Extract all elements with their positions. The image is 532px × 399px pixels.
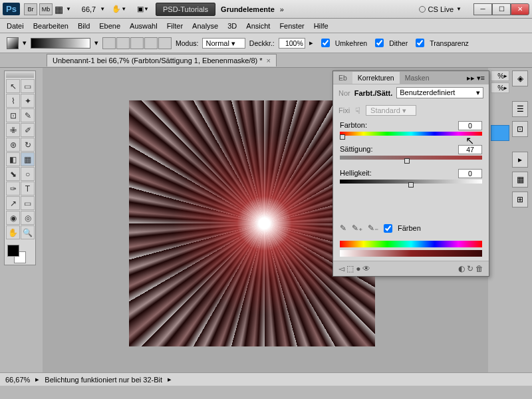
menu-item[interactable]: Auswahl (130, 22, 158, 30)
eraser-tool[interactable]: ◧ (6, 152, 20, 166)
sat-slider[interactable] (340, 156, 482, 162)
menu-item[interactable]: 3D (227, 22, 237, 30)
tab-ebenen[interactable]: Eb (333, 72, 352, 84)
menu-item[interactable]: Datei (7, 22, 24, 30)
cslive-button[interactable]: CS Live▼ (419, 5, 468, 13)
scrub-icon[interactable]: ☟ (355, 106, 360, 116)
transparency-checkbox[interactable] (416, 39, 424, 47)
workspace-button-1[interactable]: PSD-Tutorials (156, 3, 215, 16)
menu-item[interactable]: Ebene (99, 22, 120, 30)
dodge-tool[interactable]: ○ (21, 167, 35, 181)
visibility-icon[interactable]: 👁 (362, 264, 370, 273)
zoom-tool[interactable]: 🔍 (21, 225, 35, 239)
minimize-button[interactable]: ─ (473, 3, 492, 15)
expand-icon[interactable]: ⬚ (346, 264, 354, 273)
options-bar: ▾ ▾ Modus: Normal ▾ Deckkr.: 100%▸ Umkeh… (0, 33, 532, 53)
gradient-picker[interactable] (31, 38, 90, 49)
panel-menu-icon[interactable]: ▸▸ ▾≡ (463, 74, 489, 82)
more-workspaces-icon[interactable]: » (280, 5, 284, 13)
preset-select[interactable]: Benutzerdefiniert▾ (396, 87, 483, 98)
hand-tool[interactable]: ✋ (6, 225, 20, 239)
menu-item[interactable]: Filter (167, 22, 183, 30)
back-icon[interactable]: ◅ (338, 264, 344, 273)
fill-readout[interactable]: % ▸ (491, 82, 509, 93)
gradient-reflected-button[interactable] (144, 37, 158, 49)
history-brush-tool[interactable]: ↻ (21, 138, 35, 152)
stamp-tool[interactable]: ⊛ (6, 138, 20, 152)
hue-slider[interactable] (340, 132, 482, 138)
brush-tool[interactable]: ✐ (21, 123, 35, 137)
menu-item[interactable]: Hilfe (314, 22, 329, 30)
mode-select[interactable]: Normal ▾ (202, 38, 245, 49)
opacity-readout[interactable]: % ▸ (491, 70, 509, 81)
shape-tool[interactable]: ▭ (21, 196, 35, 210)
gradient-tool[interactable]: ▦ (21, 152, 35, 166)
pen-tool[interactable]: ✑ (6, 182, 20, 196)
view-icon[interactable]: ▣ (137, 5, 144, 13)
maximize-button[interactable]: ☐ (492, 3, 511, 15)
history-icon[interactable]: ▸ (512, 152, 528, 168)
actions-icon[interactable]: ▦ (512, 172, 528, 188)
range-select[interactable]: Standard ▾ (366, 105, 416, 116)
type-tool[interactable]: T (21, 182, 35, 196)
color-swatches[interactable] (6, 243, 34, 263)
prev-icon[interactable]: ◐ (458, 264, 465, 273)
crop-tool[interactable]: ⊡ (6, 108, 20, 122)
minibridge-button[interactable]: Mb (39, 3, 53, 15)
tab-korrekturen[interactable]: Korrekturen (352, 72, 400, 84)
close-button[interactable]: ✕ (511, 3, 529, 15)
hand-icon[interactable]: ✋ (112, 5, 121, 13)
paths-icon[interactable]: ⊞ (512, 192, 528, 207)
gradient-tool-icon[interactable] (7, 37, 19, 49)
layers-icon[interactable]: ◈ (512, 70, 528, 86)
sat-input[interactable]: 47 (458, 145, 482, 154)
dither-checkbox[interactable] (375, 39, 384, 47)
tab-masken[interactable]: Masken (400, 72, 435, 84)
light-slider[interactable] (340, 180, 482, 186)
reverse-checkbox[interactable] (321, 39, 330, 47)
path-tool[interactable]: ↗ (6, 196, 20, 210)
marquee-tool[interactable]: ▭ (21, 79, 35, 93)
close-tab-icon[interactable]: × (267, 57, 271, 65)
colorize-checkbox[interactable] (384, 224, 392, 233)
clip-icon[interactable]: ● (356, 264, 360, 273)
zoom-value[interactable]: 66,7 (82, 5, 96, 13)
titlebar: Ps Br Mb ▦▼ 66,7▼ ✋▼ ▣▼ PSD-Tutorials Gr… (0, 0, 532, 19)
adjustments-icon[interactable]: ⊡ (512, 121, 528, 137)
selected-layer[interactable] (491, 125, 509, 141)
eyedropper-tool[interactable]: ✎ (21, 108, 35, 122)
eyedropper-sub-icon[interactable]: ✎₋ (368, 223, 378, 233)
screenmode-icon[interactable]: ▦ (55, 4, 63, 15)
blend-label: Nor (338, 89, 350, 97)
bridge-button[interactable]: Br (24, 3, 37, 15)
gradient-diamond-button[interactable] (158, 37, 172, 49)
blur-tool[interactable]: ⬊ (6, 167, 20, 181)
status-zoom[interactable]: 66,67% (5, 376, 30, 384)
opacity-input[interactable]: 100% (279, 38, 305, 49)
reset-icon[interactable]: ↻ (467, 264, 473, 273)
lasso-tool[interactable]: ⌇ (6, 94, 20, 108)
heal-tool[interactable]: ✙ (6, 123, 20, 137)
wand-tool[interactable]: ✦ (21, 94, 35, 108)
gradient-linear-button[interactable] (102, 37, 116, 49)
light-input[interactable]: 0 (458, 169, 482, 178)
gradient-angle-button[interactable] (130, 37, 144, 49)
workspace-button-2[interactable]: Grundelemente (221, 5, 275, 13)
gradient-radial-button[interactable] (116, 37, 130, 49)
move-tool[interactable]: ↖ (6, 79, 20, 93)
foreground-swatch[interactable] (7, 245, 19, 257)
trash-icon[interactable]: 🗑 (475, 264, 483, 273)
3d-camera-tool[interactable]: ◎ (21, 211, 35, 225)
document-tab[interactable]: Unbenannt-1 bei 66,7% (Farbton/Sättigung… (47, 54, 277, 66)
eyedropper-icon[interactable]: ✎ (340, 223, 346, 233)
menu-item[interactable]: Bild (78, 22, 90, 30)
menu-item[interactable]: Ansicht (246, 22, 270, 30)
channels-icon[interactable]: ☰ (512, 101, 528, 117)
menu-item[interactable]: Fenster (279, 22, 304, 30)
3d-tool[interactable]: ◉ (6, 211, 20, 225)
hue-input[interactable]: 0 (458, 121, 482, 130)
menu-item[interactable]: Analyse (192, 22, 218, 30)
eyedropper-add-icon[interactable]: ✎₊ (352, 223, 362, 233)
toolbox-grip[interactable] (6, 72, 34, 78)
menu-item[interactable]: Bearbeiten (33, 22, 68, 30)
